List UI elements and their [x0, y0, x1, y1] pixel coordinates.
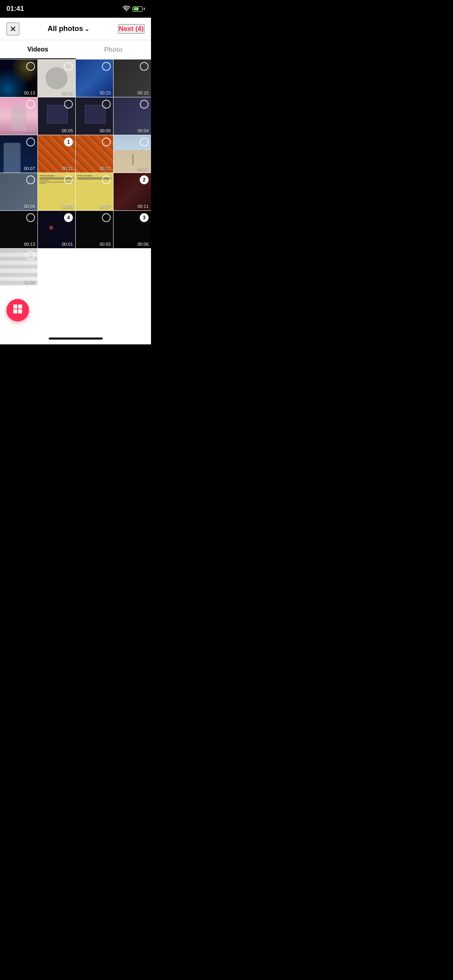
selection-circle — [64, 100, 73, 109]
svg-rect-1 — [18, 305, 22, 309]
grid-item[interactable]: whites by the glasssauvignon blancchardo… — [38, 173, 75, 210]
selection-circle — [26, 175, 35, 184]
nav-title[interactable]: All photos ⌄ — [48, 25, 89, 33]
video-duration: 00:27 — [137, 166, 149, 171]
video-duration: 00:15 — [99, 91, 111, 95]
tab-videos-label: Videos — [27, 46, 48, 53]
video-duration: 00:01 — [62, 242, 73, 247]
video-duration: 00:04 — [137, 128, 149, 133]
wifi-icon — [123, 6, 130, 12]
video-duration: 00:13 — [24, 242, 35, 247]
home-indicator — [0, 334, 151, 344]
grid-item[interactable]: 00:05 — [38, 97, 75, 135]
close-button[interactable]: ✕ — [6, 23, 19, 35]
nav-bar: ✕ All photos ⌄ Next (4) — [0, 18, 151, 40]
status-icons: ⚡ — [123, 6, 145, 12]
selection-circle — [26, 100, 35, 109]
svg-rect-2 — [13, 309, 17, 313]
video-duration: 00:05 — [62, 204, 73, 209]
video-duration: 00:13 — [24, 91, 35, 95]
grid-item[interactable]: 00:07 — [0, 135, 37, 173]
grid-item[interactable]: 00:13 — [0, 211, 37, 248]
selection-circle — [64, 62, 73, 71]
grid-item[interactable]: 00:111 — [38, 135, 75, 173]
selection-number: 1 — [64, 138, 73, 146]
video-duration: 00:15 — [137, 91, 149, 95]
selection-circle — [140, 100, 149, 109]
selection-circle — [26, 138, 35, 146]
grid-item[interactable]: 00:112 — [114, 173, 151, 210]
grid-item[interactable]: whites by the glass00:07 — [76, 173, 113, 210]
charging-bolt: ⚡ — [136, 7, 140, 11]
svg-rect-0 — [13, 305, 17, 309]
grid-item[interactable]: 00:13 — [0, 60, 37, 97]
status-bar: 01:41 ⚡ — [0, 0, 151, 18]
grid-item[interactable]: 00:15 — [38, 60, 75, 97]
grid-item[interactable]: 00:27 — [114, 135, 151, 173]
tab-photo[interactable]: Photo — [76, 40, 151, 59]
sticker-fab-button[interactable] — [6, 299, 29, 321]
grid-item[interactable]: 00:15 — [114, 60, 151, 97]
sticker-icon — [12, 303, 23, 317]
grid-item[interactable]: 00:06 — [0, 173, 37, 210]
video-duration: 00:08 — [24, 280, 35, 284]
selection-circle — [102, 138, 111, 146]
selection-circle — [26, 62, 35, 71]
selection-circle — [26, 213, 35, 222]
selection-circle — [64, 175, 73, 184]
video-duration: 00:05 — [62, 128, 73, 133]
grid-item[interactable]: 00:04 — [114, 97, 151, 135]
home-bar — [49, 338, 103, 340]
selection-circle — [140, 62, 149, 71]
selection-circle — [102, 213, 111, 222]
video-duration: 00:11 — [99, 166, 111, 171]
video-duration: 00:21 — [24, 128, 35, 133]
video-duration: 00:55 — [99, 242, 111, 247]
video-duration: 00:11 — [62, 166, 73, 171]
bottom-area — [0, 286, 151, 334]
chevron-down-icon: ⌄ — [85, 26, 89, 32]
selection-circle — [102, 62, 111, 71]
grid-item[interactable]: 00:55 — [76, 211, 113, 248]
video-duration: 00:05 — [99, 128, 111, 133]
selection-circle — [102, 100, 111, 109]
selection-circle — [102, 175, 111, 184]
selection-circle — [140, 138, 149, 146]
grid-item[interactable]: 00:05 — [76, 97, 113, 135]
video-duration: 00:07 — [24, 166, 35, 171]
tab-videos[interactable]: Videos — [0, 40, 76, 59]
battery-icon: ⚡ — [132, 6, 145, 12]
grid-item[interactable]: 00:21 — [0, 97, 37, 135]
status-time: 01:41 — [6, 5, 24, 13]
grid-item[interactable]: 00:11 — [76, 135, 113, 173]
nav-title-text: All photos — [48, 25, 83, 33]
video-duration: 00:15 — [62, 91, 73, 95]
grid-item[interactable]: 00:15 — [76, 60, 113, 97]
video-duration: 00:07 — [99, 204, 111, 209]
grid-item[interactable]: 00:014 — [38, 211, 75, 248]
photo-grid: 00:1300:1500:1500:1500:2100:0500:0500:04… — [0, 60, 151, 286]
grid-item[interactable]: 00:08 — [0, 249, 37, 286]
selection-number: 2 — [140, 175, 149, 184]
selection-circle — [26, 251, 35, 260]
tab-photo-label: Photo — [104, 46, 122, 54]
video-duration: 00:06 — [24, 204, 35, 209]
video-duration: 00:06 — [137, 242, 149, 247]
selection-number: 4 — [64, 213, 73, 222]
next-button[interactable]: Next (4) — [118, 24, 145, 34]
tab-bar: Videos Photo — [0, 40, 151, 60]
grid-item[interactable]: 00:063 — [114, 211, 151, 248]
video-duration: 00:11 — [137, 204, 149, 209]
selection-number: 3 — [140, 213, 149, 222]
svg-rect-3 — [18, 309, 22, 313]
